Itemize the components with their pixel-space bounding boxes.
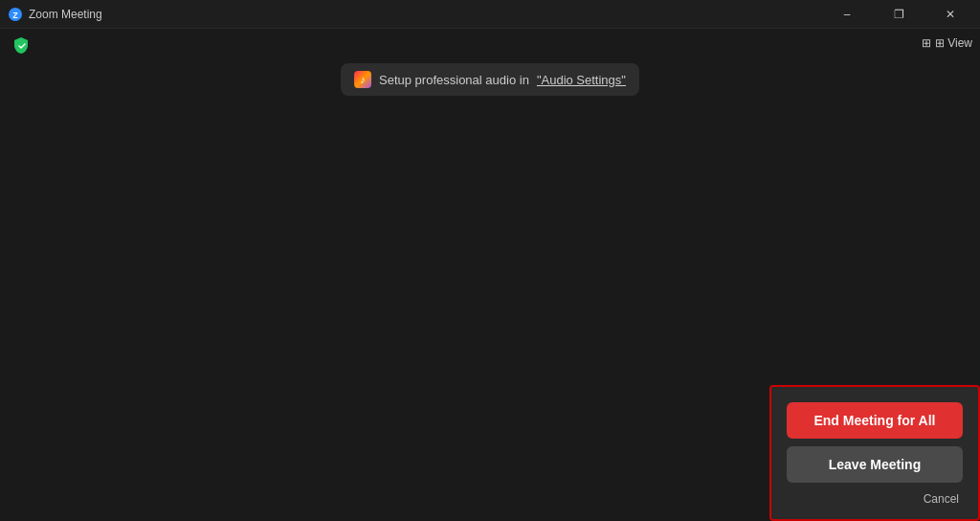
end-meeting-popup: End Meeting for All Leave Meeting Cancel <box>769 385 980 521</box>
view-label: ⊞ View <box>935 36 972 50</box>
title-bar: Z Zoom Meeting – ❐ ✕ <box>0 0 980 29</box>
minimize-button[interactable]: – <box>825 0 869 29</box>
view-icon: ⊞ <box>922 36 931 50</box>
security-shield[interactable] <box>11 36 31 59</box>
notification-text-prefix: Setup professional audio in <box>379 73 529 87</box>
leave-meeting-button[interactable]: Leave Meeting <box>787 446 963 483</box>
close-button[interactable]: ✕ <box>928 0 972 29</box>
view-button[interactable]: ⊞ ⊞ View <box>922 36 972 50</box>
zoom-app-icon: Z <box>8 7 23 22</box>
audio-settings-link[interactable]: "Audio Settings" <box>537 73 626 87</box>
music-note-icon: ♪ <box>354 71 371 88</box>
end-meeting-for-all-button[interactable]: End Meeting for All <box>787 402 963 439</box>
window-title: Zoom Meeting <box>29 8 102 21</box>
main-meeting-area: ⊞ ⊞ View ♪ Setup professional audio in "… <box>0 29 980 521</box>
notification-banner: ♪ Setup professional audio in "Audio Set… <box>341 63 639 96</box>
cancel-button[interactable]: Cancel <box>920 490 963 508</box>
maximize-button[interactable]: ❐ <box>877 0 921 29</box>
title-bar-left: Z Zoom Meeting <box>8 7 102 22</box>
svg-text:Z: Z <box>12 11 18 20</box>
window-controls: – ❐ ✕ <box>825 0 972 29</box>
shield-icon <box>11 36 31 56</box>
